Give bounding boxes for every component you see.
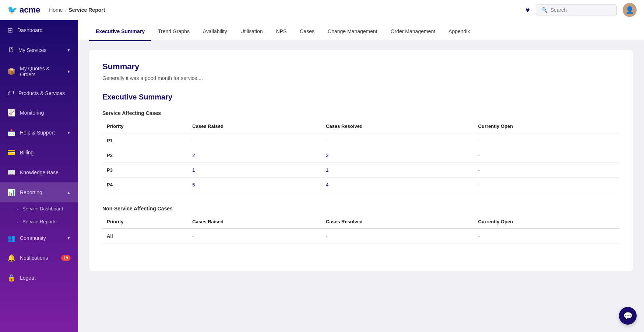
sidebar-item-notifications[interactable]: 🔔 Notifications 19 — [0, 248, 78, 268]
favorite-icon[interactable]: ♥ — [525, 6, 530, 14]
billing-icon: 💳 — [7, 148, 15, 157]
content-area: Summary Generally it was a good month fo… — [78, 41, 644, 332]
tab-utilisation[interactable]: Utilisation — [234, 20, 270, 41]
col-cases-resolved: Cases Resolved — [321, 120, 474, 133]
tab-executive-summary[interactable]: Executive Summary — [89, 20, 151, 41]
sidebar-item-logout[interactable]: 🔒 Logout — [0, 268, 78, 288]
sidebar-subitem-service-reports[interactable]: → Service Reports — [0, 215, 78, 228]
cell-resolved: 4 — [321, 178, 474, 192]
sidebar-item-monitoring[interactable]: 📈 Monitoring — [0, 103, 78, 123]
sidebar-item-knowledge-base[interactable]: 📖 Knowledge Base — [0, 162, 78, 182]
sidebar-item-community[interactable]: 👥 Community ▼ — [0, 228, 78, 248]
cell-priority: P4 — [102, 178, 188, 192]
cell-raised: - — [188, 228, 321, 244]
sidebar-item-reporting[interactable]: 📊 Reporting ▲ — [0, 182, 78, 202]
sidebar-item-billing[interactable]: 💳 Billing — [0, 143, 78, 162]
knowledge-base-icon: 📖 — [7, 168, 15, 177]
service-affecting-table: Priority Cases Raised Cases Resolved Cur… — [102, 120, 620, 192]
col-cases-raised: Cases Raised — [188, 120, 321, 133]
sidebar-item-label: Logout — [20, 275, 71, 281]
sidebar-item-label: My Quotes & Orders — [20, 66, 62, 77]
search-input[interactable] — [550, 7, 611, 13]
non-service-affecting-title: Non-Service Affecting Cases — [102, 206, 620, 212]
header: 🐦 acme Home / Service Report ♥ 🔍 👤 — [0, 0, 644, 20]
tab-appendix[interactable]: Appendix — [442, 20, 476, 41]
tab-trend-graphs[interactable]: Trend Graphs — [151, 20, 196, 41]
tab-nps[interactable]: NPS — [270, 20, 293, 41]
layout: ⊞ Dashboard 🖥 My Services ▼ 📦 My Quotes … — [0, 20, 644, 332]
my-services-icon: 🖥 — [7, 46, 14, 54]
breadcrumb: Home / Service Report — [49, 7, 105, 13]
avatar[interactable]: 👤 — [623, 3, 637, 17]
cell-priority: P1 — [102, 133, 188, 148]
sidebar-subitem-service-dashboard[interactable]: → Service Dashboard — [0, 202, 78, 215]
sidebar-item-help-support[interactable]: 📩 Help & Support ▼ — [0, 123, 78, 143]
exec-summary-title: Executive Summary — [102, 93, 620, 101]
tabs-bar: Executive Summary Trend Graphs Availabil… — [78, 20, 644, 41]
search-bar[interactable]: 🔍 — [536, 4, 617, 15]
cell-open: - — [474, 163, 620, 178]
breadcrumb-separator: / — [65, 7, 67, 13]
logo[interactable]: 🐦 acme — [7, 5, 40, 15]
service-affecting-section: Service Affecting Cases Priority Cases R… — [102, 110, 620, 192]
col-priority: Priority — [102, 120, 188, 133]
content-card: Summary Generally it was a good month fo… — [89, 50, 633, 271]
chevron-down-icon: ▼ — [67, 130, 71, 135]
sidebar-item-label: Community — [20, 235, 62, 241]
table-row: All - - - — [102, 228, 620, 244]
cell-raised: 5 — [188, 178, 321, 192]
logout-icon: 🔒 — [7, 274, 15, 282]
summary-title: Summary — [102, 62, 620, 71]
arrow-right-icon: → — [15, 207, 19, 211]
quotes-orders-icon: 📦 — [7, 67, 15, 76]
service-affecting-title: Service Affecting Cases — [102, 110, 620, 116]
sidebar-item-label: Help & Support — [20, 130, 62, 136]
tab-change-management[interactable]: Change Management — [321, 20, 384, 41]
cell-resolved: 1 — [321, 163, 474, 178]
breadcrumb-current: Service Report — [69, 7, 105, 13]
cell-priority: P2 — [102, 148, 188, 163]
non-service-affecting-table: Priority Cases Raised Cases Resolved Cur… — [102, 215, 620, 244]
notification-badge: 19 — [61, 255, 71, 261]
breadcrumb-home[interactable]: Home — [49, 7, 63, 13]
cell-resolved: - — [321, 228, 474, 244]
chevron-down-icon: ▼ — [67, 236, 71, 240]
tab-cases[interactable]: Cases — [293, 20, 321, 41]
community-icon: 👥 — [7, 234, 15, 242]
col-currently-open: Currently Open — [474, 215, 620, 228]
sidebar-item-label: My Services — [18, 47, 62, 53]
reporting-icon: 📊 — [7, 188, 15, 196]
notifications-icon: 🔔 — [7, 254, 15, 262]
sidebar-item-dashboard[interactable]: ⊞ Dashboard — [0, 20, 78, 40]
sidebar-item-products-services[interactable]: 🏷 Products & Services — [0, 83, 78, 103]
sidebar-item-my-quotes-orders[interactable]: 📦 My Quotes & Orders ▼ — [0, 60, 78, 83]
chevron-down-icon: ▼ — [67, 48, 71, 52]
table-row: P2 2 3 - — [102, 148, 620, 163]
chat-bubble[interactable]: 💬 — [619, 307, 637, 325]
tab-order-management[interactable]: Order Management — [384, 20, 442, 41]
cell-open: - — [474, 178, 620, 192]
cell-open: - — [474, 148, 620, 163]
sidebar-item-my-services[interactable]: 🖥 My Services ▼ — [0, 40, 78, 60]
sidebar-item-label: Monitoring — [20, 110, 71, 116]
cell-raised: - — [188, 133, 321, 148]
sidebar-item-label: Billing — [20, 150, 71, 155]
col-currently-open: Currently Open — [474, 120, 620, 133]
tab-availability[interactable]: Availability — [196, 20, 234, 41]
sidebar-item-label: Knowledge Base — [20, 170, 71, 175]
monitoring-icon: 📈 — [7, 109, 15, 117]
sidebar-subitem-label: Service Reports — [22, 219, 56, 224]
cell-open: - — [474, 133, 620, 148]
search-icon: 🔍 — [541, 7, 548, 13]
table-row: P3 1 1 - — [102, 163, 620, 178]
chat-icon: 💬 — [623, 311, 633, 320]
cell-raised: 2 — [188, 148, 321, 163]
table-header-row: Priority Cases Raised Cases Resolved Cur… — [102, 120, 620, 133]
sidebar-item-label: Products & Services — [18, 90, 71, 96]
sidebar: ⊞ Dashboard 🖥 My Services ▼ 📦 My Quotes … — [0, 20, 78, 332]
cell-priority: All — [102, 228, 188, 244]
col-cases-resolved: Cases Resolved — [321, 215, 474, 228]
table-header-row: Priority Cases Raised Cases Resolved Cur… — [102, 215, 620, 228]
chevron-down-icon: ▼ — [67, 69, 71, 74]
cell-raised: 1 — [188, 163, 321, 178]
